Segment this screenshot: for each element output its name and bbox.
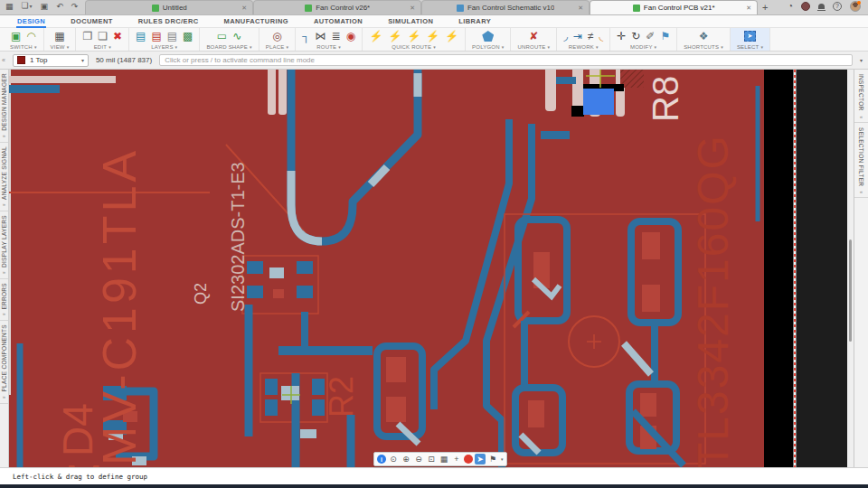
quick-route-two-layer-icon[interactable]: ⚡ <box>426 31 439 42</box>
zoom-in-icon[interactable]: ⊕ <box>401 454 411 465</box>
toolbar-group-label[interactable]: ROUTE▾ <box>316 44 341 50</box>
via-stitch-icon[interactable]: ◉ <box>346 31 355 42</box>
panel-tab-inspector[interactable]: INSPECTOR« <box>854 70 868 123</box>
silkscreen-label-q2[interactable]: Q2 <box>192 283 210 305</box>
paste-icon[interactable]: ❏ <box>98 31 108 42</box>
pad[interactable] <box>247 261 263 274</box>
avatar[interactable] <box>850 1 861 12</box>
layer-stack-icon[interactable]: ▤ <box>136 31 146 42</box>
toolbar-group-label[interactable]: QUICK ROUTE▾ <box>392 44 436 50</box>
sidebar-item-place-components[interactable]: PLACE COMPONENTS» <box>0 321 8 404</box>
toolbar-group-label[interactable]: UNROUTE▾ <box>517 44 550 50</box>
eye-icon[interactable]: ⊙ <box>388 454 399 465</box>
menu-item-document[interactable]: DOCUMENT <box>70 15 114 27</box>
panel-tab-selection-filter[interactable]: SELECTION FILTER« <box>854 123 868 198</box>
board-wave-icon[interactable]: ∿ <box>232 31 241 42</box>
pad[interactable] <box>642 232 660 259</box>
menu-item-library[interactable]: LIBRARY <box>458 15 492 27</box>
silkscreen-label-si2302ads-t1-e3[interactable]: SI2302ADS-T1-E3 <box>228 162 248 312</box>
close-icon[interactable]: ✕ <box>746 5 751 12</box>
document-tab-2[interactable]: Fan Control Schematic v10✕ <box>421 0 590 14</box>
collapse-panel-icon[interactable]: « <box>2 57 5 63</box>
new-tab-button[interactable]: + <box>758 0 772 14</box>
community-icon[interactable] <box>801 2 810 11</box>
silkscreen-label-r2[interactable]: R2 <box>323 376 360 418</box>
menu-item-design[interactable]: DESIGN <box>16 15 46 27</box>
toolbar-group-label[interactable]: VIEW▾ <box>51 44 70 50</box>
diff-pair-route-icon[interactable]: ⋈ <box>316 31 326 42</box>
flag-icon[interactable]: ⚑ <box>660 31 670 42</box>
silkscreen-label-m[interactable]: M <box>65 456 103 467</box>
command-options-caret[interactable]: ▾ <box>860 57 863 63</box>
sidebar-item-analyze-signal[interactable]: ANALYZE SIGNAL» <box>0 143 8 211</box>
app-grid-icon[interactable]: ▦ <box>5 2 14 11</box>
document-tab-3[interactable]: Fan Control PCB v21*✕ <box>590 0 758 14</box>
grid-settings-icon[interactable]: ▦ <box>54 31 64 42</box>
multi-route-icon[interactable]: ≣ <box>332 31 341 42</box>
pad-highlight[interactable] <box>269 267 284 278</box>
record-icon[interactable] <box>464 455 473 464</box>
toolbar-group-label[interactable]: LAYERS▾ <box>151 44 177 50</box>
fillet-icon[interactable]: ◞ <box>563 31 568 42</box>
pad-icon[interactable]: ◎ <box>272 31 281 42</box>
silkscreen-label-r8[interactable]: R8 <box>646 76 685 122</box>
close-icon[interactable]: ✕ <box>578 5 583 12</box>
tune-length-icon[interactable]: ≠ <box>588 31 594 42</box>
pad-highlight[interactable] <box>281 386 299 400</box>
polygon-pour-icon[interactable] <box>482 31 494 42</box>
redo-icon[interactable]: ↷ <box>71 2 79 11</box>
toolbar-group-label[interactable]: BOARD SHAPE▾ <box>206 44 251 50</box>
cursor-mode-icon[interactable]: ➤ <box>475 454 486 465</box>
trace[interactable] <box>9 85 60 93</box>
menu-item-rules-drc-erc[interactable]: RULES DRC/ERC <box>137 15 200 27</box>
pcb-view-icon[interactable]: ▣ <box>11 31 21 42</box>
layer-all-icon[interactable]: ▤ <box>167 31 177 42</box>
push-trace-icon[interactable]: ⇥ <box>573 31 582 42</box>
footprint-view-icon[interactable]: ◠ <box>26 31 35 42</box>
crosshair-icon[interactable]: + <box>451 454 462 465</box>
toolbar-group-label[interactable]: SHORTCUTS▾ <box>684 44 723 50</box>
save-icon[interactable]: ▣ <box>41 2 49 11</box>
new-file-icon[interactable]: ❏▾ <box>22 1 33 11</box>
toolbar-group-label[interactable]: REWORK▾ <box>569 44 599 50</box>
close-icon[interactable]: ✕ <box>241 5 247 12</box>
pad[interactable] <box>642 285 660 312</box>
selected-component[interactable] <box>583 89 614 115</box>
delete-icon[interactable]: ✖ <box>113 31 122 42</box>
toolbar-group-label[interactable]: POLYGON▾ <box>472 44 504 50</box>
quick-route-net-icon[interactable]: ⚡ <box>369 31 382 42</box>
zoom-out-icon[interactable]: ⊖ <box>413 454 424 465</box>
copy-icon[interactable]: ❐ <box>82 31 92 42</box>
help-icon[interactable]: ? <box>833 2 842 11</box>
pale-trace[interactable] <box>9 76 116 83</box>
pale-pad[interactable] <box>545 70 556 111</box>
rotate-icon[interactable]: ↻ <box>631 31 640 42</box>
pad[interactable] <box>273 289 284 298</box>
board-outline-icon[interactable]: ▭ <box>217 31 227 42</box>
history-icon[interactable]: ◔ <box>788 1 793 11</box>
shortcuts-icon[interactable]: ❖ <box>699 31 709 42</box>
sidebar-item-errors[interactable]: ERRORS» <box>0 279 8 322</box>
pad[interactable] <box>640 393 656 417</box>
layer-pair-icon[interactable]: ▤ <box>151 31 161 42</box>
menu-item-manufacturing[interactable]: MANUFACTURING <box>223 15 289 27</box>
silkscreen-label-d4[interactable]: D4 <box>54 403 101 456</box>
sidebar-item-design-manager[interactable]: DESIGN MANAGER» <box>0 70 8 143</box>
pad[interactable] <box>247 286 263 298</box>
menu-item-simulation[interactable]: SIMULATION <box>387 15 434 27</box>
document-tab-0[interactable]: Untitled✕ <box>85 0 253 14</box>
pad[interactable] <box>265 399 278 416</box>
pale-pad[interactable] <box>268 70 276 115</box>
quick-route-connection-icon[interactable]: ⚡ <box>388 31 401 42</box>
undo-icon[interactable]: ↶ <box>56 2 63 11</box>
pad[interactable] <box>297 286 313 298</box>
zoom-fit-icon[interactable]: ⊡ <box>426 454 437 465</box>
box-select-icon[interactable]: ➤ <box>744 31 756 42</box>
sidebar-item-display-layers[interactable]: DISPLAY LAYERS» <box>0 211 8 279</box>
command-line-input[interactable] <box>159 54 853 66</box>
grid-toggle-icon[interactable]: ▦ <box>439 454 449 465</box>
unroute-icon[interactable]: ✘ <box>529 31 538 42</box>
pcb-canvas[interactable]: MV-C191TLAD4Q2SI2302ADS-T1-E3R2R8TL3342F… <box>9 70 854 467</box>
pad[interactable] <box>386 357 406 382</box>
toolbar-group-label[interactable]: SELECT▾ <box>737 44 763 50</box>
